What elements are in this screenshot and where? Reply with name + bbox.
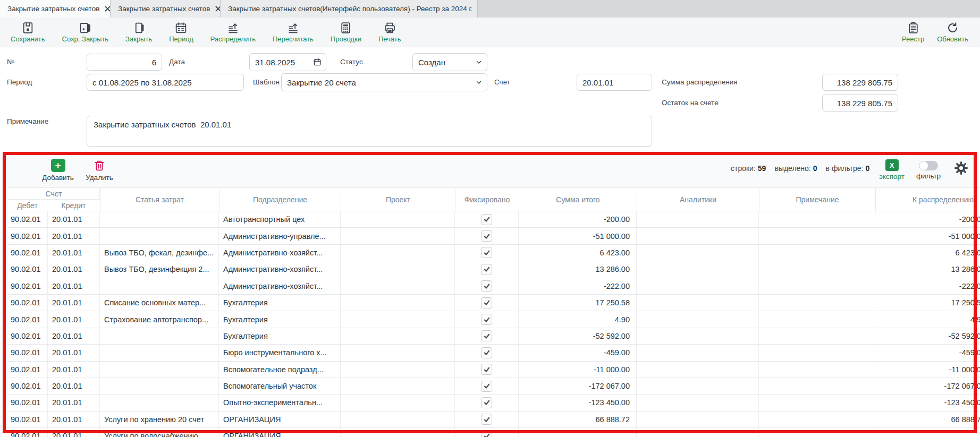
delete-row-button[interactable]: Удалить <box>83 159 116 182</box>
checkbox-checked-icon[interactable] <box>481 330 492 341</box>
cell-analytics[interactable] <box>637 328 759 344</box>
close-icon[interactable] <box>215 6 221 12</box>
status-select[interactable]: Создан <box>412 53 487 71</box>
cell-credit[interactable]: 20.01.01 <box>48 412 100 427</box>
cell-analytics[interactable] <box>637 395 759 410</box>
cell-cost_item[interactable] <box>100 362 219 378</box>
cell-analytics[interactable] <box>637 345 759 361</box>
cell-debit[interactable]: 90.02.01 <box>8 311 48 327</box>
cell-debit[interactable]: 90.02.01 <box>8 278 48 294</box>
filter-toggle[interactable]: фильтр <box>912 161 945 180</box>
table-row[interactable]: 90.02.0120.01.01Вспомогательный участок-… <box>8 378 980 395</box>
checkbox-checked-icon[interactable] <box>481 247 492 258</box>
fixed-checkbox-cell[interactable] <box>455 211 519 227</box>
cell-credit[interactable]: 20.01.01 <box>48 428 100 437</box>
fixed-checkbox-cell[interactable] <box>455 245 519 261</box>
cell-analytics[interactable] <box>637 261 759 277</box>
cell-note[interactable] <box>759 278 875 294</box>
cell-credit[interactable]: 20.01.01 <box>48 378 100 394</box>
cell-project[interactable] <box>341 328 455 344</box>
fixed-checkbox-cell[interactable] <box>455 395 519 410</box>
cell-cost_item[interactable]: Вывоз ТБО, фекал, дезинфе... <box>100 245 219 261</box>
cell-credit[interactable]: 20.01.01 <box>48 295 100 311</box>
cell-to_distribute[interactable]: 6 423.00 <box>875 245 980 261</box>
close-icon[interactable] <box>105 6 111 12</box>
add-row-button[interactable]: + Добавить <box>39 159 77 182</box>
checkbox-checked-icon[interactable] <box>481 414 492 425</box>
cell-project[interactable] <box>341 278 455 294</box>
cell-analytics[interactable] <box>637 211 759 227</box>
cell-department[interactable]: Административно-хозяйст... <box>219 278 341 294</box>
cell-total[interactable]: -459.00 <box>519 345 637 361</box>
cell-note[interactable] <box>759 345 875 361</box>
account-balance-input[interactable] <box>822 95 898 112</box>
cell-note[interactable] <box>759 328 875 344</box>
cell-note[interactable] <box>759 395 875 410</box>
fixed-checkbox-cell[interactable] <box>455 261 519 277</box>
cell-project[interactable] <box>341 412 455 427</box>
cell-debit[interactable]: 90.02.01 <box>8 395 48 410</box>
table-row[interactable]: 90.02.0120.01.01Вывоз ТБО, фекал, дезинф… <box>8 245 980 261</box>
cell-cost_item[interactable] <box>100 328 219 344</box>
cell-to_distribute[interactable]: -51 000.00 <box>875 228 980 244</box>
checkbox-checked-icon[interactable] <box>481 314 492 325</box>
cell-to_distribute[interactable]: -172 067.00 <box>875 378 980 394</box>
cell-credit[interactable]: 20.01.01 <box>48 228 100 244</box>
cell-department[interactable]: Вспомогательное подразд... <box>219 362 341 378</box>
cell-note[interactable] <box>759 228 875 244</box>
cell-credit[interactable]: 20.01.01 <box>48 311 100 327</box>
checkbox-checked-icon[interactable] <box>481 230 492 242</box>
cell-total[interactable]: 6 423.00 <box>519 245 637 261</box>
table-row[interactable]: 90.02.0120.01.01Вспомогательное подразд.… <box>8 362 980 378</box>
cell-note[interactable] <box>759 245 875 261</box>
cell-analytics[interactable] <box>637 378 759 394</box>
table-row[interactable]: 90.02.0120.01.01Услуги по водоснабжениюО… <box>8 428 980 437</box>
cell-to_distribute[interactable]: -200.00 <box>875 211 980 227</box>
cell-debit[interactable]: 90.02.01 <box>8 245 48 261</box>
cell-to_distribute[interactable] <box>875 428 980 437</box>
cell-to_distribute[interactable]: -52 592.00 <box>875 328 980 344</box>
cell-debit[interactable]: 90.02.01 <box>8 295 48 311</box>
cell-analytics[interactable] <box>637 228 759 244</box>
table-row[interactable]: 90.02.0120.01.01Списание основных матер.… <box>8 295 980 311</box>
cell-debit[interactable]: 90.02.01 <box>8 345 48 361</box>
cell-total[interactable]: -11 000.00 <box>519 362 637 378</box>
recalculate-button[interactable]: Пересчитать <box>273 21 314 43</box>
cell-cost_item[interactable]: Услуги по водоснабжению <box>100 428 219 437</box>
refresh-button[interactable]: Обновить <box>937 21 968 43</box>
cell-debit[interactable]: 90.02.01 <box>8 428 48 437</box>
cell-note[interactable] <box>759 378 875 394</box>
template-select[interactable]: Закрытие 20 счета <box>281 73 487 91</box>
table-row[interactable]: 90.02.0120.01.01Страхование автотранспор… <box>8 311 980 328</box>
cell-cost_item[interactable] <box>100 345 219 361</box>
table-row[interactable]: 90.02.0120.01.01Услуги по хранению 20 сч… <box>8 412 980 428</box>
cell-debit[interactable]: 90.02.01 <box>8 328 48 344</box>
cell-total[interactable]: 66 888.72 <box>519 412 637 427</box>
save-button[interactable]: Сохранить <box>11 21 45 43</box>
cell-cost_item[interactable] <box>100 278 219 294</box>
cell-total[interactable]: 4.90 <box>519 311 637 327</box>
save-close-button[interactable]: Сохр. Закрыть <box>62 21 109 43</box>
cell-credit[interactable]: 20.01.01 <box>48 345 100 361</box>
export-excel-button[interactable]: X экспорт <box>875 159 908 181</box>
table-row[interactable]: 90.02.0120.01.01Административно-хозяйст.… <box>8 278 980 295</box>
cell-project[interactable] <box>341 345 455 361</box>
cell-project[interactable] <box>341 311 455 327</box>
account-input[interactable] <box>577 74 652 91</box>
cell-note[interactable] <box>759 311 875 327</box>
cell-analytics[interactable] <box>637 295 759 311</box>
fixed-checkbox-cell[interactable] <box>455 412 519 427</box>
cell-total[interactable]: -172 067.00 <box>519 378 637 394</box>
cell-to_distribute[interactable]: -11 000.00 <box>875 362 980 378</box>
checkbox-checked-icon[interactable] <box>481 397 492 408</box>
cell-department[interactable]: Вспомогательный участок <box>219 378 341 394</box>
cell-department[interactable]: Административно-хозяйст... <box>219 261 341 277</box>
cell-project[interactable] <box>341 261 455 277</box>
cell-note[interactable] <box>759 428 875 437</box>
registry-button[interactable]: Реестр <box>902 21 924 43</box>
distribution-sum-input[interactable] <box>822 74 898 91</box>
cell-analytics[interactable] <box>637 362 759 378</box>
cell-total[interactable]: -51 000.00 <box>519 228 637 244</box>
cell-note[interactable] <box>759 295 875 311</box>
cell-project[interactable] <box>341 211 455 227</box>
